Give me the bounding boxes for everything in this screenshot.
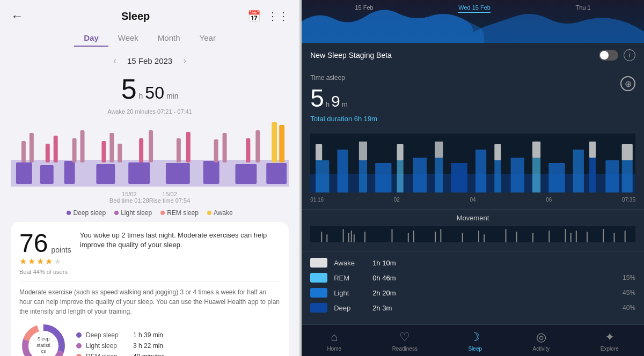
svg-rect-37 [338,150,348,192]
awake-swatch [310,258,327,268]
light-sleep-label: Light sleep [121,209,152,217]
svg-rect-2 [40,165,54,184]
svg-rect-20 [149,130,153,162]
prev-date-button[interactable]: ‹ [113,55,116,66]
rem-pct: 15% [623,274,635,281]
time-h-unit: h [326,100,330,108]
activity-label: Activity [533,346,550,352]
svg-rect-36 [316,144,322,160]
svg-rect-43 [413,158,427,192]
svg-rect-51 [532,142,540,158]
nav-sleep[interactable]: ☽ Sleep [468,330,482,352]
staging-toggle[interactable] [599,50,618,61]
chart-left-label: 15/02 Bed time 01:28 [109,191,149,204]
svg-rect-59 [622,160,633,192]
sleep-minutes: 50 [145,83,164,103]
svg-rect-41 [397,144,404,160]
rem-name: REM [334,274,366,282]
time-0735: 07:35 [622,197,635,203]
stat-deep-value: 1 h 39 min [133,331,163,339]
awake-label-legend: Awake [214,209,233,217]
svg-rect-76 [506,229,507,242]
sleep-chart-container [0,117,299,189]
stage-chart-section: 01:16 02 04 06 07:35 [302,127,644,209]
svg-rect-21 [177,138,181,162]
svg-rect-80 [565,229,566,242]
svg-rect-45 [435,158,443,192]
svg-rect-17 [109,133,114,162]
light-time: 2h 20m [372,289,616,297]
svg-rect-49 [494,160,501,192]
svg-rect-63 [343,229,344,242]
nav-readiness[interactable]: ♡ Readiness [392,330,418,352]
header: ← Sleep 📅 ⋮⋮ [0,9,299,24]
left-panel: ← Sleep 📅 ⋮⋮ Day Week Month Year ‹ 15 Fe… [0,0,299,356]
score-text: You woke up 2 times last night. Moderate… [80,231,280,250]
stat-deep-label: Deep sleep [86,331,129,339]
svg-rect-62 [326,234,327,242]
deep-name: Deep [334,304,366,312]
stat-deep-dot [76,332,82,338]
tab-week[interactable]: Week [108,30,148,47]
readiness-icon: ♡ [399,330,410,344]
info-icon[interactable]: i [624,49,635,61]
next-date-button[interactable]: › [183,55,186,66]
legend-awake: Awake [207,209,233,217]
explore-label: Explore [601,346,619,352]
points-label: points [51,246,71,254]
nav-explore[interactable]: ✦ Explore [601,330,619,352]
back-button[interactable]: ← [11,9,24,24]
sleep-h-unit: h [139,92,143,100]
bottom-navigation: ⌂ Home ♡ Readiness ☽ Sleep ◎ Activity ✦ … [302,324,644,356]
svg-rect-73 [462,233,463,242]
svg-rect-34 [310,174,635,192]
legend-light: Light sleep [114,209,152,217]
more-icon[interactable]: ⋮⋮ [267,10,289,23]
staging-controls: i [599,49,635,61]
time-02: 02 [394,197,400,203]
tab-year[interactable]: Year [190,30,225,47]
nav-activity[interactable]: ◎ Activity [533,330,550,352]
chart-right-date: 15/02 [149,191,190,197]
chart-time-labels: 15/02 Bed time 01:28 15/02 Rise time 07:… [99,191,201,204]
time-06: 06 [546,197,552,203]
svg-rect-74 [478,231,479,242]
stat-rem-label: REM sleep [86,353,129,356]
movement-chart-svg [310,226,635,242]
tab-month[interactable]: Month [148,30,190,47]
svg-rect-67 [364,232,365,242]
svg-rect-56 [589,158,596,192]
svg-rect-38 [359,142,367,160]
star-5: ★ [54,256,61,266]
stage-chart-svg [310,134,635,192]
sleep-duration: 5 h 50 min [121,73,179,105]
svg-rect-64 [348,233,349,242]
score-card: 76 points ★ ★ ★ ★ ★ Beat 44% of users Yo… [11,222,289,356]
score-number: 76 [19,231,48,256]
deep-pct: 40% [623,304,635,312]
stat-deep: Deep sleep 1 h 39 min [76,331,165,339]
svg-rect-39 [359,160,367,192]
chart-left-date: 15/02 [109,191,149,197]
svg-rect-26 [255,130,260,162]
svg-rect-4 [96,164,115,184]
svg-rect-40 [375,163,391,192]
svg-rect-69 [408,233,409,242]
staging-header: New Sleep Staging Beta i [302,43,644,68]
rem-swatch [310,273,327,283]
current-date: 15 Feb 2023 [127,56,172,65]
svg-rect-12 [46,144,50,162]
calendar-icon[interactable]: 📅 [247,10,261,23]
stat-light-label: Light sleep [86,342,129,350]
activity-icon: ◎ [536,330,546,344]
add-icon[interactable]: ⊕ [620,76,635,91]
tab-day[interactable]: Day [74,30,108,47]
star-1: ★ [19,256,27,266]
svg-rect-86 [625,231,626,242]
svg-rect-23 [214,139,218,162]
star-2: ★ [28,256,35,266]
sleep-icon: ☽ [470,330,480,344]
star-3: ★ [36,256,44,266]
nav-home[interactable]: ⌂ Home [327,330,341,352]
svg-rect-22 [186,132,191,162]
